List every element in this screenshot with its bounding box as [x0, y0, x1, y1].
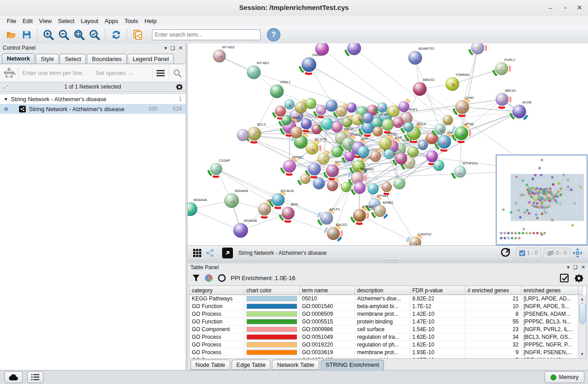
protein-node-CADPS2[interactable]: CADPS2: [408, 232, 432, 245]
grid-view-button[interactable]: [190, 246, 204, 260]
protein-node-NOTCH1[interactable]: NOTCH1: [324, 160, 350, 179]
panel-menu-icon[interactable]: ▾: [567, 264, 569, 270]
share-view-button[interactable]: [203, 246, 217, 260]
column-header[interactable]: FDR p-value: [410, 286, 465, 295]
protein-node[interactable]: [368, 183, 379, 194]
protein-node-MS4A4A[interactable]: MS4A4A: [188, 198, 207, 216]
scroll-thumb[interactable]: [579, 303, 586, 324]
protein-node[interactable]: [384, 149, 394, 159]
menu-edit[interactable]: Edit: [19, 17, 36, 25]
maximize-button[interactable]: ▫: [560, 3, 571, 13]
protein-node[interactable]: [332, 122, 342, 132]
network-collection-row[interactable]: ▼ String Network - Alzheimer's disease 1: [0, 94, 185, 104]
column-header[interactable]: # enriched genes: [465, 286, 521, 295]
protein-node-EPHA5[interactable]: EPHA5: [351, 205, 374, 224]
column-header[interactable]: description: [355, 286, 410, 295]
table-row[interactable]: GO ProcessGO:0033619membrane prot...1.93…: [190, 349, 582, 356]
tab-boundaries[interactable]: Boundaries: [87, 54, 127, 64]
hsplitter-handle[interactable]: [386, 261, 398, 263]
collapse-all-icon[interactable]: ⌄⌃: [3, 84, 9, 89]
tab-select[interactable]: Select: [60, 54, 86, 64]
protein-node[interactable]: [326, 100, 337, 112]
column-header[interactable]: chart color: [244, 286, 299, 295]
protein-node[interactable]: [313, 178, 325, 189]
ring-chart-icon[interactable]: [218, 274, 226, 282]
refresh-button[interactable]: [109, 28, 123, 42]
tab-node-table[interactable]: Node Table: [190, 360, 230, 370]
protein-node-BACE2[interactable]: BACE2: [325, 223, 347, 242]
menu-apps[interactable]: Apps: [102, 17, 122, 25]
tab-network[interactable]: Network: [2, 53, 35, 64]
string-search-button[interactable]: [169, 65, 185, 82]
zoom-in-button[interactable]: [42, 28, 55, 42]
menu-file[interactable]: File: [4, 17, 19, 25]
protein-node-MS4A6A[interactable]: MS4A6A: [224, 189, 248, 208]
protein-node[interactable]: [469, 43, 486, 56]
string-options-button[interactable]: [152, 65, 169, 82]
protein-node[interactable]: [393, 117, 403, 128]
pan-navigate-button[interactable]: [571, 246, 584, 260]
protein-node[interactable]: [341, 182, 351, 192]
table-row[interactable]: GO ProcessGO:0006509membrane prot...1.42…: [190, 310, 582, 318]
menu-tools[interactable]: Tools: [121, 17, 141, 25]
protein-node[interactable]: [315, 43, 329, 56]
chart-color-icon[interactable]: [204, 274, 213, 282]
scroll-down-icon[interactable]: ▼: [579, 351, 585, 357]
tab-legend-panel[interactable]: Legend Panel: [128, 54, 174, 64]
column-header[interactable]: enriched genes: [521, 286, 578, 295]
zoom-selected-button[interactable]: [88, 28, 101, 42]
protein-node-SMUG1[interactable]: SMUG1: [413, 78, 435, 96]
zoom-out-button[interactable]: [57, 28, 71, 42]
birds-eye-view[interactable]: [496, 155, 588, 245]
protein-node[interactable]: [443, 115, 453, 125]
panel-float-icon[interactable]: ❑: [573, 264, 578, 270]
export-network-button[interactable]: [499, 246, 512, 260]
protein-node[interactable]: [357, 146, 369, 158]
horizontal-splitter[interactable]: [185, 260, 588, 263]
table-row[interactable]: GO FunctionGO:0001540beta-amyloid bi...1…: [190, 303, 582, 310]
detach-view-button[interactable]: [222, 248, 233, 258]
table-row[interactable]: GO ProcessGO:0019220regulation of ph...1…: [190, 341, 582, 349]
minimize-button[interactable]: –: [545, 3, 556, 13]
menu-view[interactable]: View: [36, 17, 55, 25]
column-header[interactable]: term name: [299, 286, 355, 295]
scroll-up-icon[interactable]: ▲: [579, 296, 585, 302]
tab-string-enrichment[interactable]: STRING Enrichment: [321, 360, 384, 370]
tab-edge-table[interactable]: Edge Table: [232, 360, 271, 370]
settings-gear-icon[interactable]: [574, 274, 583, 283]
protein-node-PPP5C[interactable]: PPP5C: [281, 155, 304, 175]
string-database-selector[interactable]: STRING: [0, 65, 19, 82]
protein-node[interactable]: [388, 105, 399, 117]
protein-node[interactable]: [433, 160, 444, 171]
table-row[interactable]: GO ProcessGO:0050435beta-amyloid m...2.0…: [190, 356, 582, 359]
enrichment-table[interactable]: categorychart colorterm namedescriptionF…: [189, 286, 587, 359]
memory-button[interactable]: Memory: [545, 371, 584, 383]
column-header[interactable]: category: [190, 286, 244, 295]
protein-node-MTHFD1L[interactable]: MTHFD1L: [452, 161, 479, 180]
protein-node[interactable]: [237, 129, 249, 141]
network-row[interactable]: String Network - Alzheimer's disease 100…: [0, 104, 185, 114]
protein-node[interactable]: [285, 99, 294, 109]
selected-nodes-badge[interactable]: 1 - 0: [516, 248, 541, 258]
hidden-nodes-badge[interactable]: 0 - 0: [544, 248, 570, 258]
panel-menu-icon[interactable]: ▾: [164, 45, 167, 51]
menu-help[interactable]: Help: [142, 17, 160, 25]
protein-node-BIN1[interactable]: BIN1: [280, 202, 299, 222]
protein-node-CHAT[interactable]: CHAT: [454, 96, 475, 116]
close-button[interactable]: ✕: [574, 3, 585, 13]
network-canvas[interactable]: MT-ND2MT-ND1VSNL1GAB2ADAMTS2PVRL2TOMM40S…: [188, 43, 588, 245]
protein-node-ABCA1[interactable]: ABCA1: [494, 89, 516, 108]
help-button[interactable]: ?: [267, 28, 280, 42]
protein-node[interactable]: [408, 146, 418, 157]
task-history-button[interactable]: [27, 371, 43, 383]
search-input[interactable]: [152, 29, 261, 40]
zoom-fit-button[interactable]: [72, 28, 86, 42]
protein-node-MS4A4E[interactable]: MS4A4E: [233, 219, 257, 238]
table-row[interactable]: GO ComponentGO:0009986cell surface1.54E-…: [190, 326, 582, 333]
protein-node[interactable]: [346, 103, 356, 112]
protein-node[interactable]: [426, 132, 438, 144]
cloud-tasks-button[interactable]: [5, 371, 23, 383]
protein-node-PVRL2[interactable]: PVRL2: [493, 58, 516, 77]
protein-node[interactable]: [373, 126, 383, 136]
open-session-button[interactable]: [5, 28, 18, 42]
